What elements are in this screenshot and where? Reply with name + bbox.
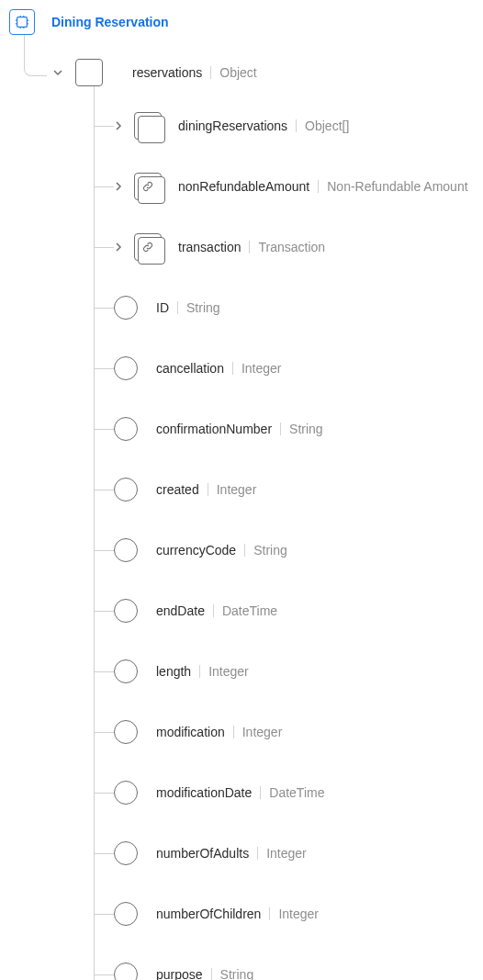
svg-rect-0 bbox=[17, 17, 28, 28]
field-type: Integer bbox=[217, 482, 257, 497]
scalar-icon bbox=[114, 296, 138, 320]
field-type: Object[] bbox=[305, 118, 349, 133]
scalar-icon bbox=[114, 417, 138, 441]
schema-tree: reservations Object diningReservationsOb… bbox=[9, 59, 474, 980]
scalar-icon bbox=[114, 963, 138, 980]
field-name: cancellation bbox=[156, 361, 224, 376]
field-name: modificationDate bbox=[156, 785, 252, 800]
field-type: Non-Refundable Amount bbox=[327, 179, 467, 194]
schema-title[interactable]: Dining Reservation bbox=[51, 15, 169, 29]
field-type: Transaction bbox=[258, 240, 325, 254]
root-node[interactable]: reservations Object bbox=[53, 59, 474, 86]
field-name: created bbox=[156, 482, 199, 497]
tree-node-numberOfChildren[interactable]: numberOfChildrenInteger bbox=[94, 884, 474, 944]
field-name: numberOfAdults bbox=[156, 846, 249, 861]
schema-icon bbox=[9, 9, 35, 35]
tree-node-diningReservations[interactable]: diningReservationsObject[] bbox=[94, 96, 474, 156]
tree-node-purpose[interactable]: purposeString bbox=[94, 944, 474, 980]
field-name: length bbox=[156, 664, 191, 679]
schema-header: Dining Reservation bbox=[9, 9, 474, 35]
field-name: endDate bbox=[156, 603, 205, 618]
tree-node-currencyCode[interactable]: currencyCodeString bbox=[94, 520, 474, 580]
field-name: transaction bbox=[178, 240, 241, 254]
field-name: diningReservations bbox=[178, 118, 287, 133]
tree-node-transaction[interactable]: transactionTransaction bbox=[94, 217, 474, 277]
scalar-icon bbox=[114, 841, 138, 865]
field-name: ID bbox=[156, 300, 169, 315]
chevron-right-icon[interactable] bbox=[114, 242, 123, 252]
scalar-icon bbox=[114, 720, 138, 744]
tree-node-endDate[interactable]: endDateDateTime bbox=[94, 580, 474, 641]
field-name: currencyCode bbox=[156, 543, 236, 558]
field-type: Integer bbox=[208, 664, 249, 679]
tree-node-numberOfAdults[interactable]: numberOfAdultsInteger bbox=[94, 823, 474, 884]
scalar-icon bbox=[114, 599, 138, 623]
tree-node-ID[interactable]: IDString bbox=[94, 277, 474, 338]
chevron-right-icon[interactable] bbox=[114, 182, 123, 191]
tree-node-length[interactable]: lengthInteger bbox=[94, 641, 474, 702]
tree-node-confirmationNumber[interactable]: confirmationNumberString bbox=[94, 399, 474, 459]
chevron-down-icon[interactable] bbox=[53, 68, 62, 77]
field-type: String bbox=[186, 300, 220, 315]
field-type: DateTime bbox=[269, 785, 324, 800]
field-type: Integer bbox=[242, 361, 282, 376]
scalar-icon bbox=[114, 781, 138, 805]
root-children: diningReservationsObject[]nonRefundableA… bbox=[94, 86, 474, 980]
field-name: confirmationNumber bbox=[156, 422, 272, 436]
scalar-icon bbox=[114, 902, 138, 926]
field-name: purpose bbox=[156, 967, 203, 980]
link-icon bbox=[134, 233, 162, 261]
field-name: nonRefundableAmount bbox=[178, 179, 309, 194]
field-type: Integer bbox=[278, 907, 319, 921]
array-object-icon bbox=[134, 112, 162, 140]
field-type: Integer bbox=[242, 725, 283, 739]
field-type: String bbox=[253, 543, 287, 558]
tree-node-nonRefundableAmount[interactable]: nonRefundableAmountNon-Refundable Amount bbox=[94, 156, 474, 217]
tree-node-created[interactable]: createdInteger bbox=[94, 459, 474, 520]
field-type: Integer bbox=[266, 846, 307, 861]
link-icon bbox=[134, 173, 162, 200]
field-type: String bbox=[289, 422, 323, 436]
tree-node-modification[interactable]: modificationInteger bbox=[94, 702, 474, 762]
scalar-icon bbox=[114, 478, 138, 501]
scalar-icon bbox=[114, 356, 138, 380]
tree-node-modificationDate[interactable]: modificationDateDateTime bbox=[94, 762, 474, 823]
scalar-icon bbox=[114, 659, 138, 683]
tree-node-cancellation[interactable]: cancellationInteger bbox=[94, 338, 474, 399]
field-name: numberOfChildren bbox=[156, 907, 261, 921]
chevron-right-icon[interactable] bbox=[114, 121, 123, 130]
object-icon bbox=[75, 59, 103, 86]
scalar-icon bbox=[114, 538, 138, 562]
field-name: modification bbox=[156, 725, 225, 739]
field-type: String bbox=[220, 967, 254, 980]
root-field-type: Object bbox=[219, 65, 256, 80]
field-type: DateTime bbox=[222, 603, 277, 618]
root-field-name: reservations bbox=[132, 65, 202, 80]
